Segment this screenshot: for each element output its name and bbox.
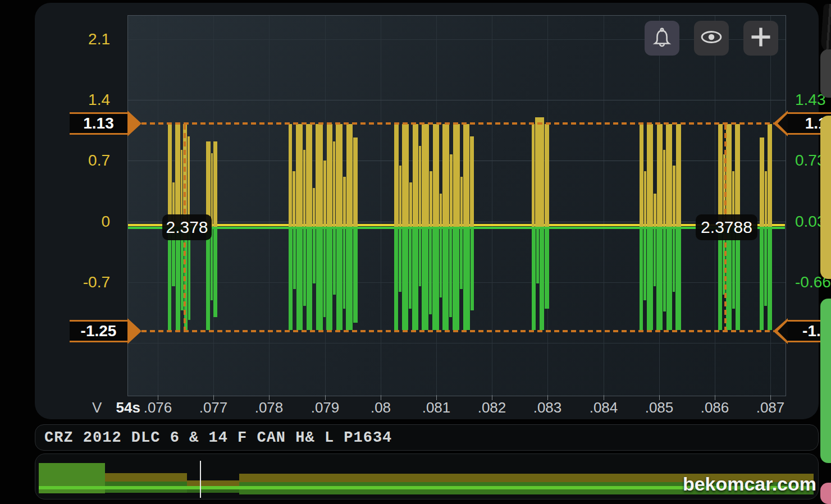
pink-handle[interactable] [820,483,831,504]
left-top-ruler-value[interactable]: 1.13 [70,112,127,135]
axis-tick-label: .08 [361,399,400,416]
axis-tick-label: .082 [472,399,512,416]
gridline-horizontal [128,282,786,283]
gridline-vertical [715,16,715,396]
corner-knob-handle[interactable] [820,4,831,53]
eye-icon [699,26,724,51]
top-ruler-line[interactable] [141,122,774,125]
left-scale-label: 2.1 [67,30,110,48]
cursor2-value-label[interactable]: 2.3788 [696,214,757,240]
gridline-vertical [269,16,270,396]
axis-unit-label: V [92,399,102,416]
watermark-text: bekomcar.com [683,473,816,495]
gridline-horizontal [128,39,786,40]
axis-tick-label: .076 [138,399,177,416]
axis-tick-label: .086 [695,399,734,416]
gridline-horizontal [128,343,786,343]
axis-tick-label: .085 [640,399,679,416]
axis-tick-label: .081 [417,399,456,416]
capture-title-text: CRZ 2012 DLC 6 & 14 F CAN H& L P1634 [44,429,392,446]
axis-tick-label: .083 [528,399,567,416]
axis-tick-label: .087 [751,399,790,416]
axis-tick-label: .079 [305,399,345,416]
capture-title-bar[interactable]: CRZ 2012 DLC 6 & 14 F CAN H& L P1634 [35,424,819,451]
gridline-vertical [547,16,548,396]
overview-cursor[interactable] [200,461,201,498]
gridline-horizontal [128,222,786,222]
green-handle[interactable] [820,299,831,463]
ruler-value-text: 1.13 [83,114,114,132]
axis-tick-label: .084 [584,399,623,416]
scope-panel: 1.13 -1.25 1.17 -1.21 2.378 2.3788 2.11.… [35,3,819,419]
ruler-value-text: -1.25 [81,322,117,340]
gridline-vertical [770,16,771,396]
left-scale-label: 0.7 [67,152,110,169]
gridline-horizontal [128,161,786,161]
gridline-vertical [213,16,214,396]
view-button[interactable] [694,21,729,56]
axis-tick-label: .078 [249,399,289,416]
can-h-idle-trace [128,224,785,226]
gridline-vertical [381,16,381,396]
left-scale-label: 1.4 [67,91,110,109]
plot-area[interactable] [127,15,786,396]
cursor-value-text: 2.3788 [701,218,752,237]
gridline-horizontal [128,100,786,100]
oscilloscope-app: 1.13 -1.25 1.17 -1.21 2.378 2.3788 2.11.… [0,0,831,504]
bell-icon [651,26,673,51]
yellow-handle[interactable] [820,116,831,279]
plus-icon [749,25,773,51]
can-l-idle-trace [128,227,785,229]
axis-tick-label: .077 [194,399,233,416]
gridline-vertical [492,16,492,396]
left-scale-label: -0.7 [67,273,110,291]
left-scale-label: 0 [67,213,110,231]
gridline-vertical [604,16,604,396]
gridline-vertical [659,16,660,396]
gridline-vertical [158,16,158,396]
left-bottom-ruler-value[interactable]: -1.25 [70,320,127,342]
gridline-vertical [436,16,437,396]
gray-handle[interactable] [820,49,831,98]
bottom-ruler-line[interactable] [141,330,774,332]
alarm-button[interactable] [645,21,679,56]
add-button[interactable] [743,21,778,56]
axis-timebase-label: 54s [108,399,140,416]
cursor1-value-label[interactable]: 2.378 [162,214,212,240]
gridline-vertical [325,16,326,396]
cursor-value-text: 2.378 [166,218,208,237]
